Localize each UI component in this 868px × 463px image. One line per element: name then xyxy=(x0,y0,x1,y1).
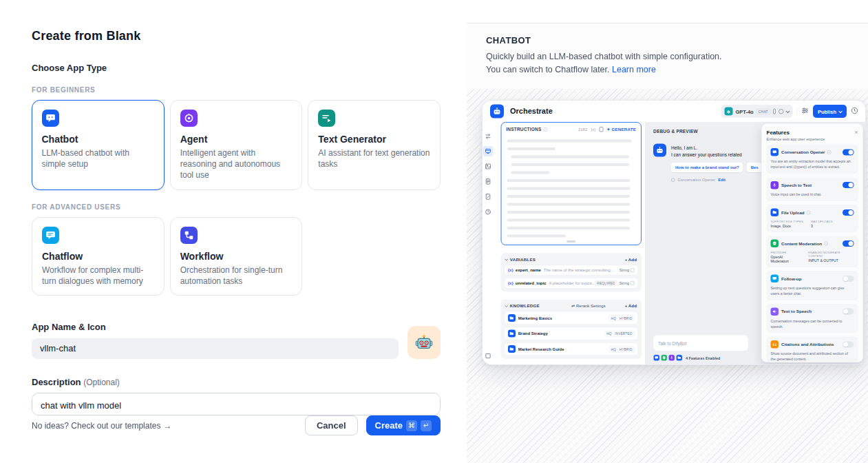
description-textarea[interactable]: chat with vllm model xyxy=(32,393,441,415)
publish-button[interactable]: Publish xyxy=(813,105,847,118)
knowledge-row[interactable]: Brand StrategyHQ · INVERTED xyxy=(504,327,638,340)
retrieval-badge: HQ · HYBRID xyxy=(609,346,635,352)
text-generator-icon xyxy=(318,110,335,127)
info-icon xyxy=(824,241,828,245)
retrieval-badge: HQ · HYBRID xyxy=(609,315,635,321)
feature-toggle[interactable] xyxy=(843,209,854,215)
image-icon[interactable] xyxy=(483,161,494,172)
history-icon[interactable] xyxy=(851,107,858,116)
feature-card-citations-and-attributions: Citations and AttributionsShow source do… xyxy=(767,336,858,362)
placeholder-line xyxy=(507,147,555,150)
instructions-placeholder-text xyxy=(501,134,641,237)
feature-toggle[interactable] xyxy=(843,341,854,347)
tune-icon[interactable] xyxy=(801,107,809,116)
arrow-right-icon: → xyxy=(163,421,171,431)
shield-icon xyxy=(771,239,779,247)
mic-mini-icon xyxy=(668,354,675,361)
placeholder-line xyxy=(511,155,629,158)
preview-panel-topstrip xyxy=(467,0,868,23)
info-icon xyxy=(827,150,832,154)
preview-canvas: Orchestrate ∗ GPT-4o CHAT xyxy=(467,89,868,463)
knowledge-row[interactable]: Market Research GuideHQ · HYBRID xyxy=(504,342,638,356)
placeholder-line xyxy=(507,187,630,189)
dataset-icon xyxy=(508,345,516,353)
chatbot-preview-image: Orchestrate ∗ GPT-4o CHAT xyxy=(482,100,866,365)
app-name-label: App Name & Icon xyxy=(32,322,399,332)
robot-emoji-icon xyxy=(414,332,434,353)
add-variable-button[interactable]: + Add xyxy=(625,257,637,262)
placeholder-line xyxy=(511,163,629,166)
templates-link[interactable]: No ideas? Check out our templates→ xyxy=(32,421,171,431)
app-icon-picker[interactable] xyxy=(407,326,441,359)
chevron-down-icon xyxy=(786,109,790,113)
chatflow-icon xyxy=(42,227,59,244)
required-badge: REQUIRED xyxy=(595,280,617,286)
instructions-panel[interactable]: INSTRUCTIONS 2182 {x} ✦ GENERATE xyxy=(500,122,642,245)
knowledge-row[interactable]: Marketing BasicsHQ · HYBRID xyxy=(504,311,638,325)
history-icon[interactable] xyxy=(483,207,494,217)
file-text-icon[interactable] xyxy=(483,176,494,187)
knowledge-section: KNOWLEDGE ⇄ Rerank Settings + Add Market… xyxy=(500,299,642,359)
enter-key-icon: ↵ xyxy=(421,420,432,431)
copy-icon[interactable] xyxy=(599,127,603,132)
app-logo-icon xyxy=(490,104,504,118)
feature-toggle[interactable] xyxy=(843,182,854,188)
app-type-card-agent[interactable]: AgentIntelligent agent with reasoning an… xyxy=(170,100,303,190)
preview-config-column: INSTRUCTIONS 2182 {x} ✦ GENERATE xyxy=(494,122,645,365)
chat-input[interactable]: Talk to DifyBot xyxy=(653,335,748,351)
rerank-settings-button[interactable]: ⇄ Rerank Settings xyxy=(571,303,605,308)
chat-icon xyxy=(771,148,779,156)
app-name-row: App Name & Icon xyxy=(32,322,441,359)
feature-toggle[interactable] xyxy=(843,149,854,155)
app-type-card-workflow[interactable]: WorkflowOrchestration for single-turn au… xyxy=(170,217,303,296)
chat-mini-icon xyxy=(653,354,660,361)
collapse-icon[interactable] xyxy=(505,304,507,307)
app-name-input[interactable] xyxy=(32,338,399,359)
app-type-card-chatflow[interactable]: ChatflowWorkflow for complex multi-turn … xyxy=(32,217,165,296)
feature-toggle[interactable] xyxy=(843,240,854,246)
dataset-icon xyxy=(508,329,516,337)
feature-card-file-upload: File UploadSUPPORT FILE TYPESImage, Docs… xyxy=(767,205,858,232)
agent-icon xyxy=(180,110,198,127)
app-type-preview-panel: CHATBOT Quickly build an LLM-based chatb… xyxy=(467,0,868,463)
feature-card-content-moderation: Content ModerationPROVIDEROpenAI Moderat… xyxy=(767,236,858,267)
beginners-group-label: FOR BEGINNERS xyxy=(32,86,441,94)
close-icon[interactable]: × xyxy=(855,129,858,135)
preview-mini-sidebar xyxy=(483,122,494,365)
frame-icon[interactable] xyxy=(483,351,494,361)
app-type-card-chatbot[interactable]: ChatbotLLM-based chatbot with simple set… xyxy=(32,100,165,190)
retrieval-badge: HQ · INVERTED xyxy=(604,330,634,336)
edit-opener-button[interactable]: Edit xyxy=(718,178,726,182)
learn-more-link[interactable]: Learn more xyxy=(612,65,656,74)
folder-icon xyxy=(771,208,779,216)
advanced-group-label: FOR ADVANCED USERS xyxy=(32,203,441,211)
file-edit-icon[interactable] xyxy=(483,192,494,202)
dataset-icon xyxy=(508,314,516,322)
chat-mode-badge: CHAT xyxy=(756,108,770,114)
swap-icon[interactable] xyxy=(483,131,494,141)
feature-toggle[interactable] xyxy=(843,308,854,314)
variable-row[interactable]: {x}expert_nameThe name of the strategic … xyxy=(504,265,638,275)
suggested-question-chip[interactable]: Bes xyxy=(747,163,763,172)
bot-avatar xyxy=(653,143,666,156)
beginner-app-cards: ChatbotLLM-based chatbot with simple set… xyxy=(32,100,441,190)
info-icon xyxy=(807,210,811,214)
resize-handle[interactable] xyxy=(567,240,575,243)
feature-card-conversation-opener: Conversation OpenerYou are an entity ext… xyxy=(767,144,858,174)
model-selector[interactable]: ∗ GPT-4o CHAT xyxy=(721,105,792,118)
create-button[interactable]: Create ⌘ ↵ xyxy=(366,415,441,435)
add-knowledge-button[interactable]: + Add xyxy=(625,303,637,308)
orchestrate-icon[interactable] xyxy=(483,146,494,156)
placeholder-line xyxy=(507,139,631,142)
feature-toggle[interactable] xyxy=(843,275,854,281)
cancel-button[interactable]: Cancel xyxy=(305,415,358,435)
params-icon xyxy=(779,108,784,114)
placeholder-line xyxy=(507,195,630,198)
collapse-icon[interactable] xyxy=(505,258,507,260)
app-type-card-text-generator[interactable]: Text GeneratorAI assistant for text gene… xyxy=(308,100,441,190)
variable-row[interactable]: {x}unrelated_topicA placeholder for topi… xyxy=(504,278,638,289)
feature-card-follow-up: Follow-upSetting up next questions sugge… xyxy=(767,271,858,300)
suggested-question-chip[interactable]: How to make a brand stand out? xyxy=(671,163,743,172)
create-form-panel: Create from Blank Choose App Type FOR BE… xyxy=(0,0,467,463)
generate-button[interactable]: ✦ GENERATE xyxy=(606,127,636,132)
